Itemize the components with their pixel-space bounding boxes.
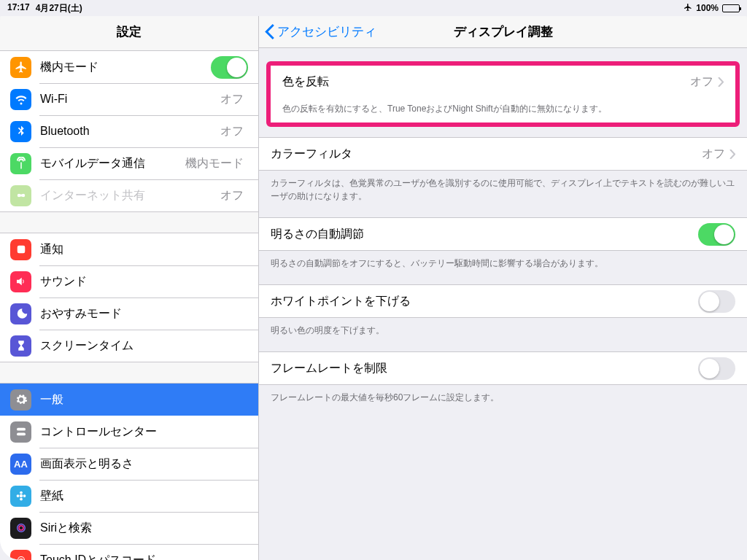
svg-point-6 [19, 494, 23, 498]
white-point-switch[interactable] [698, 290, 735, 313]
svg-point-10 [23, 494, 26, 497]
sidebar-item-hotspot[interactable]: インターネット共有 オフ [0, 179, 258, 211]
cellular-icon [10, 153, 31, 174]
status-time: 17:17 [7, 2, 30, 15]
sidebar-item-label: Siriと検索 [40, 521, 248, 536]
notifications-icon [10, 239, 31, 260]
chevron-right-icon [718, 77, 724, 87]
cell-color-filter[interactable]: カラーフィルタ オフ [259, 138, 747, 170]
invert-footer: 色の反転を有効にすると、True ToneおよびNight Shiftが自動的に… [271, 98, 735, 122]
sidebar-item-label: コントロールセンター [40, 424, 248, 440]
chevron-right-icon [729, 149, 735, 159]
sidebar-item-screentime[interactable]: スクリーンタイム [0, 330, 258, 362]
sidebar-item-label: 機内モード [40, 60, 211, 75]
back-label: アクセシビリティ [277, 23, 376, 40]
sidebar-item-label: モバイルデータ通信 [40, 156, 185, 171]
white-point-footer: 明るい色の明度を下げます。 [259, 318, 747, 351]
cell-invert-colors[interactable]: 色を反転 オフ [271, 66, 735, 98]
airplane-switch[interactable] [211, 56, 248, 79]
color-filter-footer: カラーフィルタは、色覚異常のユーザが色を識別するのに使用可能で、ディスプレイ上で… [259, 171, 747, 217]
svg-point-12 [19, 526, 23, 530]
settings-sidebar: 設定 機内モード Wi-Fi オフ Bluetooth オフ モバイルデータ通信… [0, 16, 259, 560]
sidebar-item-label: サウンド [40, 274, 248, 289]
cell-label: 色を反転 [282, 74, 690, 90]
sidebar-item-label: スクリーンタイム [40, 338, 248, 354]
sidebar-item-label: 通知 [40, 242, 248, 257]
wifi-icon [10, 89, 31, 110]
airplane-icon [684, 3, 692, 14]
sidebar-item-label: インターネット共有 [40, 188, 220, 203]
flower-icon [10, 486, 31, 507]
status-bar: 17:17 4月27日(土) 100% [0, 0, 747, 16]
sidebar-item-label: おやすみモード [40, 306, 248, 322]
sidebar-group-alerts: 通知 サウンド おやすみモード スクリーンタイム [0, 233, 258, 362]
highlight-invert-colors: 色を反転 オフ 色の反転を有効にすると、True ToneおよびNight Sh… [266, 61, 740, 127]
frame-rate-footer: フレームレートの最大値を毎秒60フレームに設定します。 [259, 385, 747, 419]
sidebar-item-label: Touch IDとパスコード [40, 553, 248, 561]
sidebar-item-sounds[interactable]: サウンド [0, 265, 258, 298]
sidebar-item-dnd[interactable]: おやすみモード [0, 298, 258, 330]
cell-label: カラーフィルタ [271, 147, 702, 162]
cell-frame-rate[interactable]: フレームレートを制限 [259, 352, 747, 384]
fingerprint-icon [10, 550, 31, 561]
auto-brightness-switch[interactable] [698, 223, 735, 246]
svg-rect-3 [17, 246, 25, 254]
battery-percent: 100% [696, 3, 719, 13]
cell-label: ホワイトポイントを下げる [271, 294, 698, 309]
content-scroll[interactable]: 色を反転 オフ 色の反転を有効にすると、True ToneおよびNight Sh… [259, 48, 747, 560]
sidebar-item-label: 一般 [40, 392, 248, 408]
sidebar-item-detail: オフ [220, 124, 244, 139]
sidebar-item-wallpaper[interactable]: 壁紙 [0, 480, 258, 512]
cell-white-point[interactable]: ホワイトポイントを下げる [259, 285, 747, 317]
svg-rect-4 [17, 428, 26, 431]
sidebar-item-display[interactable]: AA 画面表示と明るさ [0, 448, 258, 480]
back-button[interactable]: アクセシビリティ [259, 23, 376, 40]
cell-label: フレームレートを制限 [271, 361, 698, 376]
moon-icon [10, 303, 31, 324]
sidebar-item-control-center[interactable]: コントロールセンター [0, 416, 258, 448]
cell-value: オフ [690, 74, 713, 90]
svg-point-8 [20, 498, 23, 501]
gear-icon [10, 389, 31, 411]
hourglass-icon [10, 335, 31, 357]
sidebar-item-general[interactable]: 一般 [0, 384, 258, 416]
nav-bar: アクセシビリティ ディスプレイ調整 [259, 16, 747, 48]
sidebar-item-notifications[interactable]: 通知 [0, 233, 258, 265]
switches-icon [10, 421, 31, 443]
svg-point-9 [16, 494, 19, 497]
sidebar-item-bluetooth[interactable]: Bluetooth オフ [0, 115, 258, 147]
sidebar-item-cellular[interactable]: モバイルデータ通信 機内モード [0, 147, 258, 179]
auto-brightness-footer: 明るさの自動調節をオフにすると、バッテリー駆動時間に影響する場合があります。 [259, 251, 747, 284]
sidebar-item-touchid[interactable]: Touch IDとパスコード [0, 544, 258, 560]
sidebar-item-airplane[interactable]: 機内モード [0, 51, 258, 83]
sidebar-item-detail: 機内モード [185, 156, 244, 171]
cell-value: オフ [702, 147, 725, 162]
sidebar-group-network: 機内モード Wi-Fi オフ Bluetooth オフ モバイルデータ通信 機内… [0, 50, 258, 212]
status-date: 4月27日(土) [36, 2, 82, 15]
sidebar-item-siri[interactable]: Siriと検索 [0, 512, 258, 544]
svg-rect-2 [19, 195, 23, 197]
cell-auto-brightness[interactable]: 明るさの自動調節 [259, 218, 747, 250]
svg-rect-5 [17, 433, 26, 436]
sidebar-item-label: 壁紙 [40, 489, 248, 504]
text-size-icon: AA [10, 454, 31, 475]
sounds-icon [10, 271, 31, 292]
sidebar-group-general: 一般 コントロールセンター AA 画面表示と明るさ 壁紙 Siriと検索 Tou… [0, 383, 258, 560]
sidebar-item-label: Bluetooth [40, 125, 220, 138]
sidebar-item-detail: オフ [220, 188, 244, 203]
cell-label: 明るさの自動調節 [271, 227, 698, 242]
frame-rate-switch[interactable] [698, 357, 735, 380]
siri-icon [10, 518, 31, 539]
bluetooth-icon [10, 121, 31, 142]
sidebar-item-wifi[interactable]: Wi-Fi オフ [0, 83, 258, 115]
sidebar-title: 設定 [0, 16, 258, 50]
sidebar-item-label: Wi-Fi [40, 93, 220, 106]
svg-point-7 [20, 491, 23, 494]
battery-icon [722, 4, 740, 12]
airplane-mode-icon [10, 57, 31, 78]
detail-pane: アクセシビリティ ディスプレイ調整 色を反転 オフ 色の反転を有効にすると、Tr… [259, 16, 747, 560]
sidebar-item-label: 画面表示と明るさ [40, 456, 248, 472]
hotspot-icon [10, 185, 31, 206]
sidebar-item-detail: オフ [220, 92, 244, 107]
